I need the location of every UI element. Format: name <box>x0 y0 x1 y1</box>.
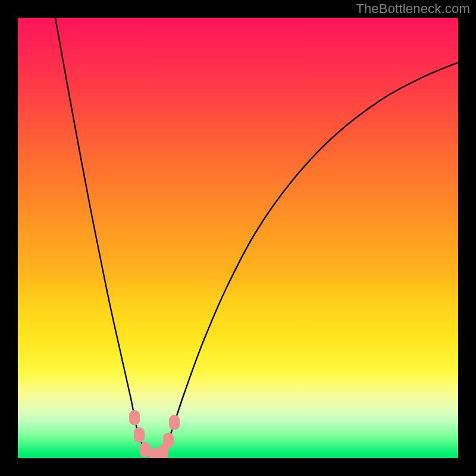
bottleneck-curve <box>18 18 458 458</box>
chart-frame: TheBottleneck.com <box>0 0 476 476</box>
curve-right-arm <box>162 62 458 455</box>
curve-marker <box>134 427 145 443</box>
curve-marker <box>169 415 180 430</box>
watermark-text: TheBottleneck.com <box>356 1 470 17</box>
curve-marker <box>163 433 174 448</box>
curve-marker <box>129 410 140 425</box>
curve-left-arm <box>55 18 147 455</box>
plot-area <box>18 18 458 458</box>
